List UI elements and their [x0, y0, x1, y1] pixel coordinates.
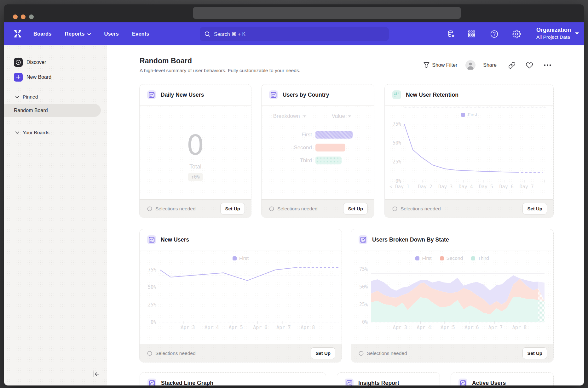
svg-text:Day 3: Day 3 — [438, 184, 453, 190]
filter-funnel-icon[interactable] — [424, 62, 429, 68]
retention-line-chart: 75%50%25%0%< Day 1Day 2Day 3Day 4Day 5Da… — [385, 106, 553, 199]
chevron-down-icon — [15, 131, 19, 134]
bar-chart-body: Breakdown Value FirstSecondThird — [262, 105, 374, 199]
svg-text:Apr 8: Apr 8 — [301, 325, 315, 330]
country-bar-row: Second — [262, 144, 374, 151]
bar-label: Third — [262, 157, 315, 164]
more-options-icon[interactable] — [544, 64, 551, 66]
share-button[interactable]: Share — [483, 62, 497, 68]
chevron-down-icon — [348, 115, 351, 117]
insight-chart-icon — [359, 235, 367, 244]
settings-gear-icon[interactable] — [512, 30, 521, 38]
svg-text:50%: 50% — [359, 284, 368, 290]
card-footer: Selections needed Set Up — [351, 344, 553, 362]
chevron-down-icon — [575, 32, 579, 35]
line-chart-body: First 75%50%25%0%Apr 3Apr 4Apr 5Apr 6Apr… — [140, 250, 342, 344]
users-by-state-area-chart: 75%50%25%0%Apr 3Apr 4Apr 5Apr 6Apr 7Apr … — [351, 250, 553, 344]
sidebar-section-your-boards[interactable]: Your Boards — [15, 130, 49, 135]
card-title: New Users — [161, 237, 189, 243]
sidebar-item-new-board[interactable]: New Board — [14, 73, 51, 82]
svg-text:Day 7: Day 7 — [520, 184, 534, 190]
card-title: Daily New Users — [161, 92, 204, 98]
svg-text:Apr 3: Apr 3 — [181, 325, 195, 330]
svg-text:Apr 7: Apr 7 — [488, 325, 503, 330]
svg-text:Day 2: Day 2 — [418, 184, 432, 190]
status-circle-icon — [359, 351, 364, 356]
card-users-by-country: Users by Country Breakdown Value FirstSe… — [261, 84, 374, 218]
card-title: Users by Country — [283, 92, 329, 98]
sidebar-item-random-board[interactable]: Random Board — [4, 104, 101, 117]
metric-value: 0 — [187, 131, 204, 159]
favorite-heart-icon[interactable] — [526, 62, 533, 69]
bar-third — [315, 157, 342, 164]
value-dropdown[interactable]: Value — [314, 113, 370, 119]
card-footer: Selections needed Set Up — [262, 199, 374, 218]
country-bar-row: First — [262, 131, 374, 139]
apps-grid-icon[interactable] — [467, 30, 476, 38]
card-daily-new-users: Daily New Users 0 Total ↑0% Selections n… — [139, 84, 251, 218]
set-up-button[interactable]: Set Up — [343, 203, 368, 214]
bar-label: Second — [262, 145, 315, 151]
sidebar-footer-divider — [4, 363, 107, 363]
top-navbar: Boards Reports Users Events Search ⌘ + K — [4, 22, 584, 45]
status-text: Selections needed — [155, 206, 196, 212]
browser-window: Boards Reports Users Events Search ⌘ + K — [4, 4, 584, 385]
status-circle-icon — [147, 206, 152, 211]
avatar[interactable] — [465, 60, 476, 70]
country-bar-row: Third — [262, 157, 374, 164]
page-title: Random Board — [140, 57, 192, 65]
show-filter-button[interactable]: Show Filter — [432, 62, 457, 68]
collapse-sidebar-icon[interactable] — [93, 371, 100, 378]
svg-text:25%: 25% — [393, 159, 401, 165]
organization-switcher[interactable]: Organization All Project Data — [536, 27, 579, 40]
project-name: All Project Data — [536, 34, 571, 40]
svg-text:0%: 0% — [362, 319, 368, 325]
help-icon[interactable] — [490, 30, 499, 38]
metric-label: Total — [189, 163, 201, 170]
retention-grid-icon — [392, 90, 401, 99]
svg-text:Apr 5: Apr 5 — [229, 325, 243, 330]
traffic-light-zoom-button[interactable] — [29, 14, 34, 19]
breakdown-dropdown[interactable]: Breakdown — [262, 113, 318, 119]
status-text: Selections needed — [401, 206, 441, 212]
sidebar-item-discover[interactable]: Discover — [14, 58, 46, 67]
bar-label: First — [262, 132, 315, 138]
svg-text:Apr 4: Apr 4 — [205, 325, 219, 330]
card-new-user-retention: New User Retention First 75%50%25%0%< Da… — [384, 84, 554, 218]
traffic-light-minimize-button[interactable] — [21, 14, 26, 19]
insight-chart-icon — [147, 235, 156, 244]
insight-chart-icon — [147, 379, 156, 385]
desktop-background: Boards Reports Users Events Search ⌘ + K — [0, 0, 588, 388]
svg-text:50%: 50% — [148, 284, 156, 290]
svg-text:Apr 3: Apr 3 — [393, 325, 407, 330]
address-bar[interactable] — [193, 7, 461, 19]
sidebar-section-pinned[interactable]: Pinned — [15, 94, 38, 100]
svg-text:Day 4: Day 4 — [459, 184, 473, 190]
set-up-button[interactable]: Set Up — [311, 347, 335, 359]
svg-text:Apr 8: Apr 8 — [512, 325, 527, 330]
svg-text:Day 5: Day 5 — [479, 184, 493, 190]
set-up-button[interactable]: Set Up — [220, 203, 245, 214]
svg-text:< Day 1: < Day 1 — [389, 184, 409, 190]
svg-text:50%: 50% — [393, 140, 401, 146]
svg-text:Apr 6: Apr 6 — [253, 325, 267, 330]
card-title: Active Users — [472, 380, 506, 386]
area-chart-body: FirstSecondThird 75%50%25%0%Apr 3Apr 4Ap… — [351, 250, 553, 344]
set-up-button[interactable]: Set Up — [522, 203, 547, 214]
svg-text:0%: 0% — [151, 319, 156, 325]
data-management-icon[interactable] — [447, 30, 455, 38]
status-circle-icon — [147, 351, 152, 356]
insight-chart-icon — [147, 90, 156, 99]
set-up-button[interactable]: Set Up — [522, 347, 547, 359]
bar-first — [315, 131, 353, 139]
svg-text:Apr 5: Apr 5 — [441, 325, 455, 330]
card-title: Users Broken Down By State — [372, 237, 449, 243]
traffic-light-close-button[interactable] — [13, 14, 18, 19]
sidebar: Discover New Board Pinned Random Board — [4, 45, 107, 385]
plus-icon — [14, 73, 23, 82]
card-insights-report: Insights Report — [337, 372, 440, 385]
status-text: Selections needed — [367, 351, 407, 356]
copy-link-icon[interactable] — [508, 62, 516, 69]
organization-name: Organization — [536, 27, 571, 34]
window-titlebar — [4, 4, 584, 22]
